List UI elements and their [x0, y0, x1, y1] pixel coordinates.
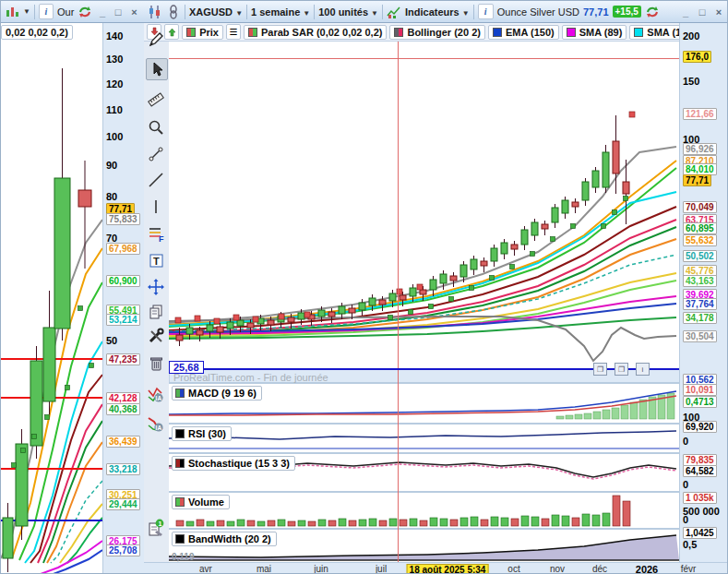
- close-button[interactable]: ×: [128, 6, 140, 18]
- panel-icon: [175, 497, 185, 507]
- info-icon[interactable]: i: [478, 4, 494, 19]
- axis-label: 150: [683, 76, 699, 87]
- ruler-icon[interactable]: [146, 90, 166, 110]
- axis-label: 1,0425: [683, 527, 717, 539]
- axis-label: 69,920: [683, 421, 717, 433]
- legend-color-icon: [394, 28, 403, 37]
- indicators-icon[interactable]: [387, 5, 401, 19]
- indicator-legend-row: Prix ☰ Parab SAR (0,02 0,02 0,2)Bollinge…: [144, 23, 698, 42]
- info-icon[interactable]: i: [39, 4, 54, 19]
- legend-item[interactable]: EMA (150): [488, 25, 559, 40]
- close-button[interactable]: ×: [712, 6, 725, 18]
- legend-item[interactable]: SMA (89): [562, 25, 627, 40]
- time-axis-label: févr: [681, 564, 697, 574]
- panel-title: MACD (9 19 6): [188, 388, 257, 399]
- axis-label: 0: [683, 436, 688, 447]
- text-icon[interactable]: T: [146, 250, 166, 270]
- info-icon[interactable]: i: [636, 363, 650, 376]
- legend-item[interactable]: Parab SAR (0,02 0,02 0,2): [244, 25, 387, 40]
- axis-label: 140: [106, 30, 123, 42]
- change-badge: +15,5: [613, 6, 641, 18]
- panel-title: BandWidth (20 2): [188, 533, 271, 544]
- price-level-label[interactable]: 25,68: [169, 361, 204, 374]
- left-price-axis[interactable]: 140130120110100908077,7175,8337067,96860…: [102, 23, 145, 574]
- axis-label: 100: [106, 131, 123, 142]
- axis-label: 53,214: [106, 314, 140, 326]
- crosshair-horizontal: [169, 58, 679, 59]
- legend-color-icon: [493, 28, 502, 37]
- units-select[interactable]: 100 unités ▼: [318, 6, 378, 18]
- indicators-menu[interactable]: Indicateurs ▼: [405, 6, 470, 18]
- panel-label-macd[interactable]: MACD (9 19 6): [172, 386, 262, 401]
- panel-icon: [175, 429, 185, 438]
- link-icon[interactable]: [166, 5, 181, 19]
- axis-label: 55,632: [683, 234, 717, 246]
- chart-corner-buttons: ❐❐i: [593, 363, 650, 376]
- axis-label: 130: [106, 54, 123, 65]
- refresh-icon[interactable]: [78, 5, 92, 19]
- candlestick-icon[interactable]: [148, 5, 162, 19]
- axis-label: 90: [106, 160, 117, 171]
- axis-label: 29,444: [106, 498, 140, 510]
- vertical-line-icon[interactable]: [146, 197, 166, 217]
- fibonacci-icon[interactable]: F: [146, 223, 166, 244]
- main-chart-panel[interactable]: [169, 42, 679, 368]
- ia-pattern-up-icon[interactable]: IA: [146, 384, 166, 404]
- time-axis[interactable]: avrmaijuinjuil18 août 2025 5:34octnovdéc…: [144, 562, 728, 574]
- left-legend-fragment[interactable]: 0,02 0,02 0,2): [1, 25, 73, 40]
- left-chart-panel[interactable]: 0,02 0,02 0,2): [1, 23, 102, 574]
- maximize-button[interactable]: □: [113, 6, 125, 18]
- axis-label: 0: [683, 514, 688, 525]
- axis-label: 120: [106, 78, 123, 90]
- chart-icon[interactable]: [5, 5, 19, 19]
- magnifier-icon[interactable]: [146, 117, 166, 138]
- panel-bandwidth[interactable]: BandWidth (20 2)0,119: [169, 528, 679, 564]
- legend-color-icon: [567, 28, 576, 37]
- minimize-button[interactable]: _: [679, 6, 692, 18]
- copy-icon[interactable]: [146, 302, 166, 322]
- chevron-down-icon[interactable]: ▼: [23, 7, 30, 16]
- trading-app: ▼ i Our _ □ × 0,02 0,02 0,2) 14013012011…: [0, 0, 728, 574]
- axis-label: 77,71: [683, 174, 711, 186]
- crosshair-date-label: 18 août 2025 5:34: [407, 564, 489, 574]
- legend-item-label: SMA (89): [579, 27, 623, 38]
- doc-settings-icon[interactable]: 1: [146, 518, 166, 538]
- cursor-icon[interactable]: [146, 58, 168, 80]
- panel-rsi[interactable]: RSI (30): [169, 423, 679, 454]
- right-price-axis[interactable]: 200176,0150121,6610096,92687,21084,01077…: [679, 23, 728, 562]
- legend-prix[interactable]: Prix: [182, 25, 223, 40]
- legend-item[interactable]: Bollinger (20 2): [389, 25, 484, 40]
- panel-label-volume[interactable]: Volume: [172, 495, 230, 509]
- panel-stoch[interactable]: Stochastique (15 3 3): [169, 452, 679, 493]
- trash-icon[interactable]: [146, 353, 166, 374]
- panel-macd[interactable]: MACD (9 19 6): [169, 382, 679, 425]
- panel-label-rsi[interactable]: RSI (30): [172, 426, 232, 441]
- maximize-button[interactable]: □: [696, 6, 709, 18]
- panel-label-bandwidth[interactable]: BandWidth (20 2): [172, 532, 277, 546]
- time-axis-label: nov: [550, 564, 565, 574]
- copy-window-icon[interactable]: ❐: [615, 363, 628, 376]
- refresh-icon[interactable]: [645, 5, 660, 19]
- panel-volume[interactable]: Volume: [169, 491, 679, 530]
- print-icon[interactable]: ❐: [593, 363, 607, 376]
- timeframe-select[interactable]: 1 semaine ▼: [251, 6, 310, 18]
- time-axis-label: oct: [507, 564, 519, 574]
- list-icon[interactable]: ☰: [226, 24, 241, 40]
- trend-line-icon[interactable]: [146, 170, 166, 190]
- pencil-icon[interactable]: [146, 29, 166, 49]
- panel-icon: [175, 459, 185, 468]
- ia-pattern-down-icon[interactable]: IA: [146, 413, 166, 434]
- axis-label: 10,091: [683, 384, 717, 396]
- move-icon[interactable]: [146, 277, 166, 297]
- minimize-button[interactable]: _: [96, 6, 108, 18]
- arrow-up-icon[interactable]: [164, 24, 179, 40]
- symbol-select[interactable]: XAGUSD ▼: [189, 6, 243, 18]
- tools-icon[interactable]: [146, 326, 166, 346]
- segment-icon[interactable]: [146, 144, 166, 164]
- panel-label-stoch[interactable]: Stochastique (15 3 3): [172, 456, 295, 471]
- axis-label: 50: [106, 335, 117, 346]
- axis-label: 0,5: [683, 539, 697, 550]
- axis-label: 50,502: [683, 250, 717, 262]
- axis-label: 96,926: [683, 143, 717, 155]
- axis-label: 80: [106, 191, 117, 202]
